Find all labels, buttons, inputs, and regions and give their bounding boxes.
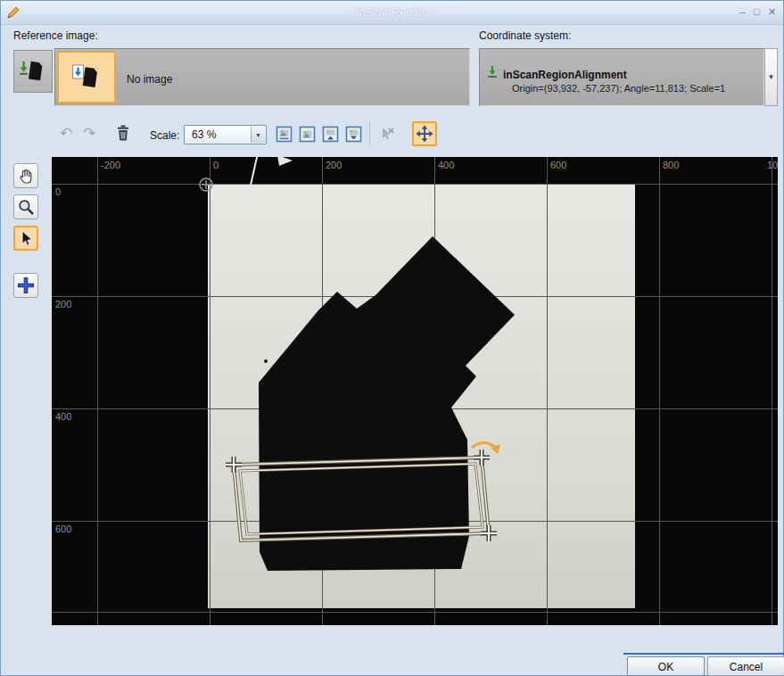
coordinate-dropdown-button[interactable]: ▼ — [764, 48, 778, 106]
zoom-to-fit-icon — [299, 126, 316, 143]
x-tick-label: 400 — [438, 160, 454, 170]
redo-icon: ↷ — [83, 125, 95, 143]
footer-accent-line — [623, 653, 784, 655]
scale-value: 63 % — [192, 128, 216, 141]
reference-image-label: Reference image: — [13, 29, 98, 42]
current-image-icon — [70, 62, 103, 94]
canvas-graphics — [52, 157, 778, 625]
x-tick-label: 200 — [326, 160, 342, 170]
load-reference-image-button[interactable] — [13, 50, 53, 93]
zoom-out-button[interactable] — [343, 124, 363, 144]
move-arrows-icon — [416, 125, 433, 143]
pick-cursor-icon — [378, 126, 395, 143]
no-image-text: No image — [127, 73, 172, 86]
fit-image-icon — [276, 126, 293, 143]
zoom-out-icon — [345, 126, 362, 143]
zoom-to-fit-button[interactable] — [297, 124, 317, 144]
scale-label: Scale: — [150, 129, 179, 142]
y-tick-label: 600 — [55, 523, 71, 534]
zoom-tool-button[interactable] — [13, 194, 38, 219]
reference-image-panel: No image — [54, 48, 470, 106]
close-button[interactable]: ✕ — [765, 4, 779, 19]
alignment-name: inScanRegionAlignment — [503, 69, 627, 81]
x-tick-label: 1000 — [767, 160, 778, 170]
chevron-down-icon: ▼ — [768, 73, 775, 81]
dialog-window: inScanRegion – □ ✕ Reference image: — [0, 0, 784, 676]
fit-image-button[interactable] — [274, 124, 293, 144]
image-speck — [264, 359, 268, 363]
toolbar-separator — [369, 122, 370, 145]
x-tick-label: 800 — [663, 160, 679, 170]
delete-button[interactable] — [113, 123, 133, 143]
chevron-down-icon[interactable]: ▼ — [251, 127, 265, 143]
undo-button[interactable]: ↶ — [56, 124, 76, 144]
alignment-icon — [486, 65, 499, 78]
plus-icon — [16, 276, 36, 295]
x-tick-label: 0 — [213, 160, 219, 170]
trash-icon — [115, 124, 131, 142]
x-tick-label: -200 — [101, 160, 120, 170]
current-image-button[interactable] — [57, 51, 116, 103]
hand-icon — [17, 167, 35, 185]
minimize-button[interactable]: – — [736, 4, 749, 19]
select-tool-button[interactable] — [13, 226, 38, 251]
magnifier-icon — [17, 198, 35, 216]
move-tool-button[interactable] — [412, 121, 437, 146]
maximize-button[interactable]: □ — [750, 4, 763, 19]
y-tick-label: 400 — [55, 411, 71, 422]
origin-marker — [200, 178, 212, 191]
cursor-arrow-icon — [17, 229, 35, 247]
coordinate-system-panel[interactable]: inScanRegionAlignment Origin=(93,932, -5… — [479, 48, 764, 106]
add-region-tool-button[interactable] — [13, 273, 38, 298]
y-tick-label: 200 — [55, 299, 71, 309]
title-bar: inScanRegion – □ ✕ — [1, 1, 783, 25]
alignment-details: Origin=(93,932, -57,237); Angle=11,813; … — [512, 83, 725, 94]
pan-tool-button[interactable] — [13, 163, 38, 188]
redo-button[interactable]: ↷ — [79, 124, 99, 144]
cancel-button[interactable]: Cancel — [707, 656, 784, 676]
load-image-icon — [18, 56, 48, 87]
zoom-in-button[interactable] — [320, 124, 340, 144]
ok-button[interactable]: OK — [627, 656, 705, 676]
pick-tool-button-disabled[interactable] — [376, 124, 396, 144]
scale-combobox[interactable]: 63 % ▼ — [184, 125, 267, 144]
coordinate-system-label: Coordinate system: — [479, 29, 571, 42]
y-tick-label: 0 — [55, 186, 61, 197]
zoom-in-icon — [322, 126, 339, 143]
window-title: inScanRegion — [1, 5, 783, 19]
image-canvas[interactable]: -200 0 200 400 600 800 1000 0 200 400 60… — [52, 157, 778, 625]
undo-icon: ↶ — [60, 125, 72, 143]
x-tick-label: 600 — [550, 160, 566, 170]
